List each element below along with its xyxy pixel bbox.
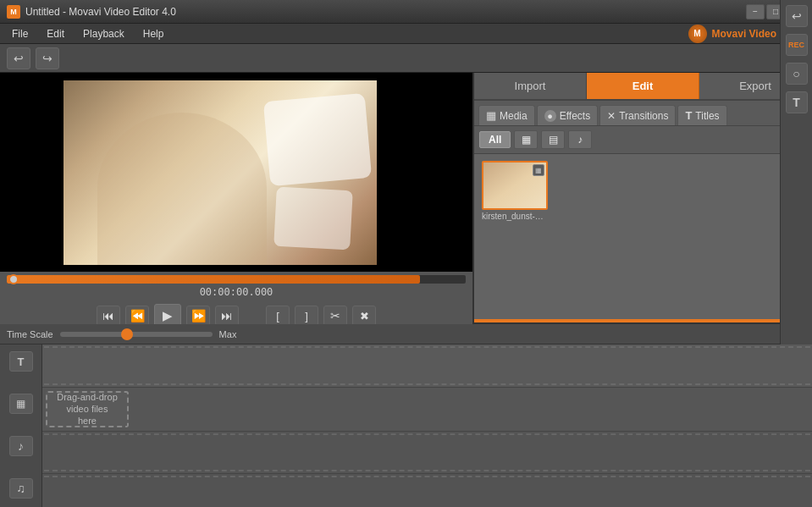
- track-icon-audio1[interactable]: ♪: [9, 436, 33, 456]
- filter-video-button[interactable]: ▦: [514, 130, 538, 149]
- minimize-button[interactable]: −: [746, 4, 765, 19]
- panel-bottom-border: [474, 319, 812, 322]
- timescale-slider[interactable]: [60, 332, 213, 337]
- track-row-title: [42, 344, 812, 388]
- sub-tab-media-label: Media: [500, 110, 528, 122]
- track-row-audio1: [42, 432, 812, 475]
- sub-tab-transitions-label: Transitions: [619, 110, 668, 122]
- video-area: [0, 73, 472, 272]
- menu-bar: File Edit Playback Help M Movavi Video E…: [0, 24, 812, 44]
- track-dashes-top-title: [44, 346, 810, 351]
- tab-import[interactable]: Import: [474, 73, 587, 99]
- sub-tab-effects-label: Effects: [560, 110, 590, 122]
- next-frame-button[interactable]: ⏩: [186, 306, 210, 326]
- track-row-video[interactable]: Drag-and-dropvideo fileshere: [42, 388, 812, 432]
- next-end-button[interactable]: ⏭: [215, 306, 239, 326]
- toolbar: ↩ ↪: [0, 44, 812, 73]
- prev-frame-button[interactable]: ⏪: [125, 306, 149, 326]
- drop-zone-text: Drag-and-dropvideo fileshere: [57, 391, 118, 427]
- track-icon-video[interactable]: ▦: [9, 394, 33, 414]
- scrubber-track[interactable]: [7, 275, 466, 284]
- track-dashes-bottom-audio1: [44, 466, 810, 471]
- top-tabs: Import Edit Export: [474, 73, 812, 101]
- out-point-button[interactable]: ]: [295, 306, 318, 326]
- track-dashes-top-audio1: [44, 433, 810, 438]
- prev-start-button[interactable]: ⏮: [97, 306, 120, 326]
- filter-audio-button[interactable]: ♪: [568, 130, 592, 149]
- filter-image-button[interactable]: ▤: [541, 130, 565, 149]
- track-area: Drag-and-dropvideo fileshere: [42, 344, 812, 507]
- time-display: 00:00:00.000: [0, 284, 472, 300]
- video-preview: [64, 80, 377, 265]
- menu-file[interactable]: File: [3, 25, 36, 42]
- text-overlay-button[interactable]: T: [786, 91, 808, 113]
- media-thumbnail: ▦: [482, 161, 548, 210]
- menu-help[interactable]: Help: [135, 25, 173, 42]
- timescale-label: Time Scale: [7, 329, 53, 339]
- media-video-indicator: ▦: [533, 164, 544, 176]
- timescale-max-label: Max: [219, 329, 237, 339]
- scrubber-handle[interactable]: [8, 274, 19, 284]
- movavi-logo-icon: M: [688, 25, 707, 43]
- left-panel: ↩ REC ○ T 00:00:00.000 ⏮ ⏪ ▶ ⏩ ⏭ [ ] ✂: [0, 73, 472, 322]
- title-bar: M Untitled - Movavi Video Editor 4.0 − □…: [0, 0, 812, 24]
- right-panel: Import Edit Export ▦ Media ● Effects ✕ T…: [472, 73, 812, 322]
- media-grid: ▦ kirsten_dunst-001-thu...: [474, 154, 812, 319]
- tab-edit[interactable]: Edit: [587, 73, 699, 99]
- track-dashes-bottom-title: [44, 380, 810, 385]
- titles-icon: T: [685, 109, 692, 122]
- in-point-button[interactable]: [: [266, 306, 290, 326]
- track-icon-title[interactable]: T: [9, 351, 33, 372]
- app-icon: M: [7, 5, 20, 19]
- track-row-audio2: [42, 474, 812, 507]
- sub-tab-effects[interactable]: ● Effects: [537, 105, 598, 125]
- effects-icon: ●: [544, 110, 556, 122]
- window-title: Untitled - Movavi Video Editor 4.0: [25, 6, 746, 18]
- track-icon-audio2[interactable]: ♫: [9, 478, 33, 499]
- timeline-section: Time Scale Max T ▦ ♪ ♫ Drag-and-dropvide…: [0, 322, 812, 507]
- media-item-label: kirsten_dunst-001-thu...: [482, 212, 548, 221]
- menu-playback[interactable]: Playback: [75, 25, 133, 42]
- delete-button[interactable]: ✖: [352, 306, 376, 326]
- timescale-handle[interactable]: [121, 328, 133, 340]
- filter-bar: All ▦ ▤ ♪: [474, 126, 812, 154]
- track-dashes-top-audio2: [44, 476, 810, 481]
- filter-all-button[interactable]: All: [479, 131, 511, 148]
- redo-button[interactable]: ↪: [36, 47, 59, 69]
- sub-tabs: ▦ Media ● Effects ✕ Transitions T Titles: [474, 101, 812, 126]
- timescale-bar: Time Scale Max: [0, 324, 812, 344]
- rec-button[interactable]: REC: [786, 34, 808, 56]
- cut-button[interactable]: ✂: [323, 306, 347, 326]
- sub-tab-media[interactable]: ▦ Media: [478, 105, 535, 125]
- sub-tab-titles-label: Titles: [695, 110, 719, 122]
- track-drop-zone[interactable]: Drag-and-dropvideo fileshere: [46, 391, 129, 427]
- sub-tab-transitions[interactable]: ✕ Transitions: [599, 105, 676, 125]
- undo-icon-button[interactable]: ↩: [786, 5, 808, 27]
- track-icons: T ▦ ♪ ♫: [0, 344, 42, 507]
- transitions-icon: ✕: [607, 110, 616, 122]
- media-item[interactable]: ▦ kirsten_dunst-001-thu...: [481, 161, 549, 221]
- undo-button[interactable]: ↩: [7, 47, 30, 69]
- timeline-tracks: T ▦ ♪ ♫ Drag-and-dropvideo fileshere: [0, 344, 812, 507]
- menu-edit[interactable]: Edit: [38, 25, 73, 42]
- scrubber-fill: [7, 275, 420, 284]
- main-area: ↩ REC ○ T 00:00:00.000 ⏮ ⏪ ▶ ⏩ ⏭ [ ] ✂: [0, 73, 812, 322]
- sub-tab-titles[interactable]: T Titles: [677, 105, 726, 125]
- media-icon: ▦: [486, 109, 496, 122]
- circle-button[interactable]: ○: [786, 63, 808, 85]
- scrubber-area: [0, 272, 472, 284]
